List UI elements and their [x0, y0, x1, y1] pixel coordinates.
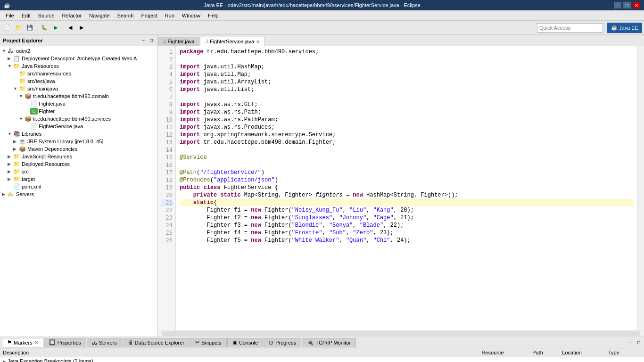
tree-item-domain-pkg[interactable]: ▼ 📦 tr.edu.hacettepe.bbm490.domain — [0, 92, 157, 100]
tab-properties[interactable]: 🔲 Properties — [44, 338, 86, 347]
code-line-25: Fighter f4 = new Fighter("Frostie", "Sub… — [180, 229, 634, 237]
minimize-button[interactable]: – — [614, 2, 621, 8]
tree-item-services-pkg[interactable]: ▼ 📦 tr.edu.hacettepe.bbm490.services — [0, 115, 157, 123]
bottom-panel: ⚑ Markers ✕ 🔲 Properties 🖧 Servers 🗄 Dat… — [0, 337, 644, 362]
menu-item-source[interactable]: Source — [34, 12, 58, 19]
tab-datasource[interactable]: 🗄 Data Source Explorer — [123, 338, 190, 347]
tab-markers-close[interactable]: ✕ — [34, 340, 38, 345]
horizontal-scrollbar[interactable] — [162, 331, 640, 336]
tree-item-src-main-res[interactable]: 📁 src/main/resources — [0, 70, 157, 77]
save-button[interactable]: 💾 — [25, 23, 35, 33]
pom-file-icon: 📄 — [13, 183, 21, 190]
profile-button[interactable]: ☕ Java EE — [607, 23, 642, 33]
window-controls: – □ ✕ — [614, 2, 640, 8]
debug-button[interactable]: 🐛 — [39, 23, 50, 33]
tab-fighterservice-label: FighterService.java — [210, 39, 254, 44]
profile-icon: ☕ — [611, 25, 618, 31]
tree-item-pomxml[interactable]: 📄 pom.xml — [0, 183, 157, 190]
tree-item-src-main-java[interactable]: ▼ 📁 src/main/java — [0, 85, 157, 92]
vertical-scrollbar[interactable] — [637, 46, 644, 330]
quick-access-input[interactable] — [537, 23, 603, 33]
tree-item-deployment[interactable]: ▶ 📋 Deployment Descriptor: Archetype Cre… — [0, 55, 157, 62]
tree-item-servers[interactable]: ▶ 🖧 Servers — [0, 190, 157, 198]
tab-markers[interactable]: ⚑ Markers ✕ — [2, 338, 43, 347]
code-line-10: import javax.ws.rs.PathParam; — [180, 116, 634, 123]
code-line-12: import org.springframework.stereotype.Se… — [180, 131, 634, 139]
tree-item-maven-deps[interactable]: ▶ 📦 Maven Dependencies — [0, 145, 157, 153]
menu-item-window[interactable]: Window — [178, 12, 204, 19]
tab-console-label: Console — [239, 340, 258, 346]
back-button[interactable]: ◀ — [65, 23, 75, 33]
col-path: Path — [529, 348, 559, 357]
tree-item-fighter-cls[interactable]: C Fighter — [0, 107, 157, 115]
tree-item-src-test-java[interactable]: 📁 src/test/java — [0, 77, 157, 85]
markers-row-breakpoints[interactable]: ▶ Java Exception Breakpoints (2 items) — [0, 357, 644, 362]
run-button[interactable]: ▶ — [50, 23, 61, 33]
target-folder-icon: 📁 — [13, 176, 21, 182]
expand-arrow-target: ▶ — [8, 177, 13, 181]
bottom-minimize-icon[interactable]: – — [627, 339, 634, 346]
open-button[interactable]: 📁 — [13, 23, 24, 33]
tree-label-domain-pkg: tr.edu.hacettepe.bbm490.domain — [33, 93, 109, 99]
tree-item-libraries[interactable]: ▼ 📚 Libraries — [0, 130, 157, 138]
editor-content: 1 2 3 4 5 6 7 8 9 10 11 12 13 14 15 16 1… — [158, 46, 644, 330]
project-tree: ▼ 🖧 odev2 ▶ 📋 Deployment Descriptor: Arc… — [0, 46, 157, 337]
tree-item-js-resources[interactable]: ▶ 📁 JavaScript Resources — [0, 153, 157, 160]
menu-item-refactor[interactable]: Refactor — [58, 12, 86, 19]
menu-item-file[interactable]: File — [2, 12, 18, 19]
tree-item-fighter-java[interactable]: 📄 Fighter.java — [0, 100, 157, 107]
tree-item-deployed-resources[interactable]: ▶ 📁 Deployed Resources — [0, 160, 157, 168]
col-location: Location — [559, 348, 605, 357]
bottom-maximize-icon[interactable]: □ — [636, 339, 642, 346]
forward-button[interactable]: ▶ — [76, 23, 87, 33]
close-button[interactable]: ✕ — [633, 2, 640, 8]
expand-arrow-deployment: ▶ — [8, 56, 13, 61]
tree-label-maven-deps: Maven Dependencies — [27, 146, 77, 152]
tree-item-odev2[interactable]: ▼ 🖧 odev2 — [0, 47, 157, 55]
code-line-4: import java.util.Map; — [180, 71, 634, 78]
tree-label-services-pkg: tr.edu.hacettepe.bbm490.services — [33, 116, 111, 122]
tab-servers[interactable]: 🖧 Servers — [87, 338, 122, 347]
tab-progress-label: Progress — [275, 340, 296, 346]
tree-item-java-resources[interactable]: ▼ 📁 Java Resources — [0, 62, 157, 70]
tcpip-icon: 🔌 — [307, 339, 314, 346]
col-type: Type — [605, 348, 644, 357]
tab-close-icon[interactable]: ✕ — [256, 39, 260, 44]
tree-item-fighterservice-java[interactable]: 📄 FighterService.java — [0, 123, 157, 130]
tree-item-target[interactable]: ▶ 📁 target — [0, 175, 157, 183]
maximize-panel-icon[interactable]: □ — [148, 37, 155, 44]
tab-console[interactable]: ▣ Console — [227, 338, 263, 347]
menu-item-help[interactable]: Help — [204, 12, 223, 19]
toolbar-sep-1 — [37, 23, 37, 33]
markers-table-container[interactable]: Description Resource Path Location Type … — [0, 348, 644, 362]
code-editor[interactable]: package tr.edu.hacettepe.bbm490.services… — [176, 46, 637, 330]
menu-item-run[interactable]: Run — [161, 12, 178, 19]
tab-fighter-java[interactable]: J Fighter.java — [158, 37, 199, 46]
tree-label-jre: JRE System Library [jre1.8.0_45] — [27, 139, 103, 144]
code-line-20: private static Map<String, Fighter> figh… — [180, 191, 634, 199]
main-area: Project Explorer – □ ▼ 🖧 odev2 ▶ 📋 Deplo… — [0, 35, 644, 337]
new-button[interactable]: 📄 — [2, 23, 12, 33]
expand-arrow-java-resources: ▼ — [8, 64, 13, 68]
deployed-folder-icon: 📁 — [13, 161, 21, 167]
menu-item-search[interactable]: Search — [114, 12, 138, 19]
quick-access-box: ☕ Java EE — [537, 23, 642, 33]
menu-item-edit[interactable]: Edit — [18, 12, 34, 19]
tab-fighterservice-java[interactable]: J FighterService.java ✕ — [200, 37, 265, 46]
code-line-15: @Service — [180, 154, 634, 161]
menu-item-project[interactable]: Project — [137, 12, 161, 19]
src-folder-icon-3: 📁 — [19, 85, 26, 92]
tree-item-src[interactable]: ▶ 📁 src — [0, 168, 157, 175]
tab-tcpip[interactable]: 🔌 TCP/IP Monitor — [302, 338, 356, 347]
menu-item-navigate[interactable]: Navigate — [85, 12, 113, 19]
tree-item-jre[interactable]: ▶ ☕ JRE System Library [jre1.8.0_45] — [0, 138, 157, 145]
breakpoints-location — [559, 357, 605, 362]
tab-tcpip-label: TCP/IP Monitor — [315, 340, 351, 346]
tab-progress[interactable]: ◷ Progress — [264, 338, 301, 347]
minimize-panel-icon[interactable]: – — [140, 37, 147, 44]
maximize-button[interactable]: □ — [623, 2, 631, 8]
tab-snippets[interactable]: ✂ Snippets — [190, 338, 227, 347]
tree-label-target: target — [22, 176, 35, 182]
src-folder-icon-2: 📁 — [19, 78, 26, 84]
tab-fighter-java-label: Fighter.java — [168, 39, 195, 44]
